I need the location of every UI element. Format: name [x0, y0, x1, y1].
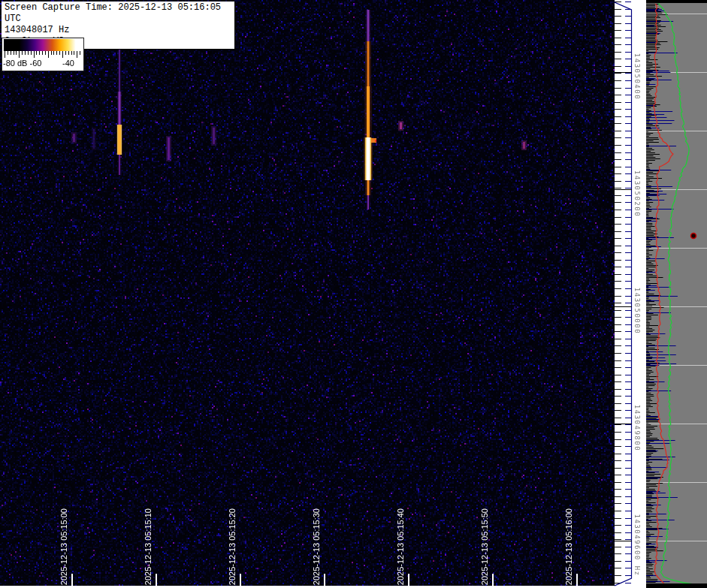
freq-tick-label: 143050200	[633, 170, 641, 217]
freq-tick-label: 143049800	[633, 405, 641, 451]
freq-tick-label: 143049600 Hz	[633, 514, 641, 576]
legend-ruler-ticks	[4, 51, 82, 59]
spectrum-side-panel	[646, 0, 707, 588]
spectrum-panel-canvas	[646, 0, 707, 588]
capture-time-text: Screen Capture Time: 2025-12-13 05:16:05…	[5, 2, 234, 25]
color-scale-legend: -80 dB -60 -40	[2, 38, 84, 71]
frequency-axis-ruler	[615, 0, 646, 588]
freq-tick-label: 143050000	[633, 288, 641, 334]
legend-max-label: -40	[62, 59, 74, 68]
legend-min-label: -80 dB -60	[3, 59, 41, 68]
color-gradient-bar	[4, 39, 82, 51]
app-window: 2025-12-13 05:15:002025-12-13 05:15:1020…	[0, 0, 707, 588]
waterfall-spectrogram	[0, 0, 615, 588]
center-frequency-text: 143048017 Hz	[5, 25, 234, 36]
freq-tick-label: 143050400	[633, 53, 641, 100]
frequency-axis: 1430504001430502001430500001430498001430…	[615, 0, 646, 588]
legend-labels: -80 dB -60 -40	[2, 59, 83, 68]
